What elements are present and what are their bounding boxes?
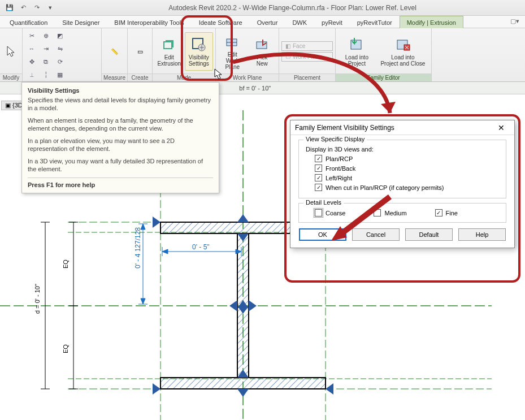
load-and-close-button[interactable]: Load into Project and Close (377, 32, 429, 71)
place-on-workplane-button: ▭Work Plane (281, 52, 333, 62)
qat-undo-icon[interactable]: ↶ (18, 3, 28, 13)
offset-icon[interactable]: ⇥ (39, 42, 53, 55)
checkbox-left-right[interactable]: ✓Left/Right (315, 174, 500, 181)
tab-modify-extrusion[interactable]: Modify | Extrusion (400, 16, 463, 28)
measure-icon: 📏 (106, 43, 123, 60)
split-icon[interactable]: ╎ (39, 68, 53, 81)
label-display-in: Display in 3D views and: (306, 146, 500, 153)
extrude-icon (160, 36, 177, 53)
workplane-edit-icon (224, 33, 241, 50)
group-view-specific: View Specific Display Display in 3D view… (298, 140, 506, 198)
svg-marker-22 (237, 214, 249, 222)
plane-icon: ▭ (285, 54, 290, 60)
pick-icon (254, 36, 271, 53)
checkbox-coarse[interactable]: Coarse (315, 209, 345, 217)
tab-overtur[interactable]: Overtur (250, 16, 285, 28)
qat-save-icon[interactable]: 💾 (5, 3, 15, 13)
tooltip-f1-help: Press F1 for more help (28, 177, 213, 188)
tab-pyrevit[interactable]: pyRevit (314, 16, 350, 28)
mouse-cursor-icon (214, 68, 224, 80)
array-icon[interactable]: ▦ (53, 68, 67, 81)
create-icon: ▭ (132, 43, 149, 60)
panel-family-editor-title: Family Editor (336, 73, 431, 81)
mirror-icon[interactable]: ⇋ (53, 42, 67, 55)
rotate-icon[interactable]: ⟳ (53, 55, 67, 68)
checkbox-medium[interactable]: Medium (374, 209, 406, 217)
ok-button[interactable]: OK (299, 228, 346, 241)
svg-marker-43 (141, 298, 145, 304)
cancel-button[interactable]: Cancel (352, 228, 400, 241)
dim-bf-label[interactable]: bf = 0' - 10" (239, 85, 271, 92)
ribbon-tabstrip: Quantification Site Designer BIM Interop… (0, 16, 525, 28)
visibility-icon (190, 36, 207, 53)
default-button[interactable]: Default (405, 228, 453, 241)
edit-workplane-button[interactable]: Edit Work Plane (218, 32, 247, 71)
tab-panel-toggle-icon[interactable]: ▢▾ (505, 16, 525, 28)
tab-ideate[interactable]: Ideate Software (192, 16, 250, 28)
panel-create-title: Create (128, 73, 152, 81)
edit-extrusion-button[interactable]: Edit Extrusion (155, 32, 184, 71)
tab-pyrevittutor[interactable]: pyRevitTutor (350, 16, 400, 28)
load-close-icon (394, 36, 411, 53)
cube-icon: ▣ (5, 102, 11, 109)
svg-rect-0 (164, 42, 172, 49)
checkbox-plan-rcp[interactable]: ✓Plan/RCP (315, 155, 500, 162)
help-button[interactable]: Help (458, 228, 506, 241)
svg-rect-6 (257, 42, 267, 49)
create-button[interactable]: ▭ (130, 32, 150, 71)
eq-label-2: EQ (62, 344, 69, 353)
quick-access-toolbar: 💾 ↶ ↷ ▾ (0, 3, 60, 13)
panel-measure-title: Measure (102, 73, 127, 81)
svg-marker-33 (229, 300, 237, 311)
qat-dropdown-icon[interactable]: ▾ (45, 3, 55, 13)
svg-marker-29 (153, 383, 160, 395)
tab-quantification[interactable]: Quantification (2, 16, 55, 28)
align-icon[interactable]: ↔ (25, 42, 38, 55)
panel-workplane-title: Work Plane (216, 73, 279, 81)
place-on-face-button: ◧Face (281, 41, 333, 51)
svg-marker-27 (237, 389, 249, 397)
copy-icon[interactable]: ⧉ (39, 55, 53, 68)
checkbox-fine[interactable]: ✓Fine (435, 209, 458, 217)
group-detail-levels: Detail Levels Coarse Medium ✓Fine (298, 203, 506, 223)
panel-mode-title: Mode (153, 73, 215, 81)
tooltip-p4: In a 3D view, you may want a fully detai… (28, 157, 213, 173)
d-label[interactable]: d = 0' - 10" (34, 284, 41, 314)
tooltip-p3: In a plan or elevation view, you may wan… (28, 137, 213, 153)
tooltip-title: Visibility Settings (28, 87, 213, 94)
svg-marker-25 (153, 217, 160, 228)
face-icon: ◧ (285, 43, 290, 49)
cope-icon[interactable]: ◩ (53, 29, 67, 42)
pick-new-button[interactable]: Pick New (248, 32, 277, 71)
dim-vertical[interactable]: 0' - 4 127/128 (134, 227, 142, 269)
checkbox-when-cut[interactable]: ✓When cut in Plan/RCP (if category permi… (315, 184, 500, 191)
dim-horizontal[interactable]: 0' - 5" (192, 243, 210, 251)
visibility-settings-button[interactable]: Visibility Settings (185, 32, 214, 71)
checkbox-front-back[interactable]: ✓Front/Back (315, 164, 500, 172)
tooltip-visibility-settings: Visibility Settings Specifies the views … (21, 82, 219, 193)
trim-icon[interactable]: ⟂ (25, 68, 38, 81)
panel-placement-title: Placement (279, 73, 335, 81)
move-icon[interactable]: ✥ (25, 55, 38, 68)
dialog-family-visibility: Family Element Visibility Settings ✕ Vie… (290, 120, 515, 248)
dialog-titlebar[interactable]: Family Element Visibility Settings ✕ (290, 120, 514, 135)
tooltip-p1: Specifies the views and detail levels fo… (28, 96, 213, 112)
qat-redo-icon[interactable]: ↷ (32, 3, 42, 13)
svg-marker-32 (249, 300, 257, 311)
ribbon: Modify ✂ ⊕ ◩ ↔ ⇥ ⇋ ✥ ⧉ ⟳ ⟂ ╎ ▦ ⤢ 📌 ✕ Mod… (0, 28, 525, 82)
dialog-title-text: Family Element Visibility Settings (295, 124, 394, 132)
close-icon[interactable]: ✕ (493, 122, 510, 133)
svg-marker-28 (326, 383, 333, 395)
measure-button[interactable]: 📏 (104, 32, 125, 71)
svg-marker-37 (162, 249, 168, 254)
tab-dwk[interactable]: DWK (285, 16, 314, 28)
tab-site-designer[interactable]: Site Designer (55, 16, 107, 28)
window-title: Autodesk Revit 2020.2 - W-Wide Flange-Co… (60, 4, 525, 12)
join-icon[interactable]: ⊕ (39, 29, 53, 42)
load-into-project-button[interactable]: Load into Project (338, 32, 376, 71)
cut-icon[interactable]: ✂ (25, 29, 38, 42)
select-tool[interactable] (2, 32, 20, 71)
tooltip-p2: When an element is created by a family, … (28, 116, 213, 132)
tab-bim-interop[interactable]: BIM Interoperability Tools (107, 16, 191, 28)
svg-rect-20 (160, 378, 326, 389)
